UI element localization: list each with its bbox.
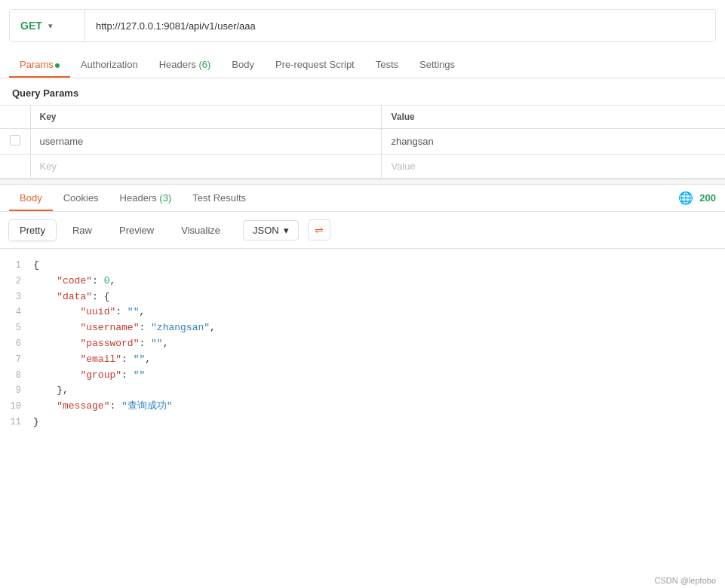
code-line: 1{ (0, 258, 725, 274)
json-format-select[interactable]: JSON ▾ (243, 220, 299, 240)
row-checkbox[interactable] (10, 135, 20, 145)
response-tabs-container: Body Cookies Headers (3) Test Results 🌐 … (0, 185, 725, 212)
tab-prerequest[interactable]: Pre-request Script (265, 51, 365, 78)
params-table: Key Value username zhangsan Key Value (0, 105, 725, 179)
format-toolbar: Pretty Raw Preview Visualize JSON ▾ ⇌ (0, 212, 725, 249)
url-bar: GET ▾ (9, 9, 716, 42)
code-line: 10 "message": "查询成功" (0, 399, 725, 415)
line-number: 9 (6, 384, 33, 398)
line-number: 10 (6, 400, 33, 414)
json-format-chevron: ▾ (284, 225, 289, 236)
method-select[interactable]: GET ▾ (10, 10, 85, 41)
wrap-button[interactable]: ⇌ (308, 219, 330, 240)
code-line: 8 "group": "" (0, 368, 725, 384)
line-content: }, (33, 383, 69, 399)
code-line: 11} (0, 415, 725, 430)
empty-value[interactable]: Value (382, 155, 725, 179)
table-row: username zhangsan (0, 129, 725, 155)
wrap-icon: ⇌ (315, 224, 324, 236)
col-value-header: Value (382, 106, 725, 129)
line-number: 2 (6, 274, 33, 289)
line-content: "group": "" (33, 368, 145, 384)
tab-params[interactable]: Params (9, 51, 70, 78)
method-chevron-icon: ▾ (48, 21, 53, 31)
code-line: 3 "data": { (0, 289, 725, 305)
params-dot (55, 63, 60, 68)
query-params-label: Query Params (0, 78, 725, 105)
line-content: "username": "zhangsan", (33, 320, 216, 336)
table-row-empty: Key Value (0, 155, 725, 179)
code-line: 4 "uuid": "", (0, 305, 725, 320)
tab-tests[interactable]: Tests (365, 51, 409, 78)
method-label: GET (20, 20, 42, 32)
response-tabs: Body Cookies Headers (3) Test Results (9, 185, 257, 211)
code-line: 2 "code": 0, (0, 274, 725, 289)
code-line: 6 "password": "", (0, 336, 725, 352)
status-code: 200 (699, 192, 716, 204)
line-content: { (33, 258, 39, 274)
json-format-label: JSON (253, 225, 279, 236)
code-line: 9 }, (0, 383, 725, 399)
line-number: 8 (6, 369, 33, 383)
request-tabs: Params Authorization Headers (6) Body Pr… (9, 51, 716, 78)
section-divider (0, 179, 725, 185)
line-content: "data": { (33, 289, 109, 305)
code-line: 5 "username": "zhangsan", (0, 320, 725, 336)
line-number: 7 (6, 353, 33, 367)
raw-button[interactable]: Raw (62, 220, 103, 240)
code-area: 1{2 "code": 0,3 "data": {4 "uuid": "",5 … (0, 249, 725, 439)
line-content: "code": 0, (33, 274, 115, 289)
line-number: 3 (6, 290, 33, 305)
code-line: 7 "email": "", (0, 352, 725, 368)
line-content: "message": "查询成功" (33, 399, 173, 415)
line-number: 6 (6, 337, 33, 351)
line-content: "uuid": "", (33, 305, 145, 320)
pretty-button[interactable]: Pretty (9, 220, 56, 240)
line-number: 1 (6, 259, 33, 273)
tab-settings[interactable]: Settings (409, 51, 465, 78)
col-checkbox (0, 106, 30, 129)
param-value[interactable]: zhangsan (382, 129, 725, 155)
line-number: 11 (6, 415, 33, 430)
response-tab-testresults[interactable]: Test Results (182, 185, 257, 211)
param-key[interactable]: username (30, 129, 382, 155)
line-number: 4 (6, 305, 33, 320)
preview-button[interactable]: Preview (109, 220, 164, 240)
globe-icon: 🌐 (678, 191, 693, 205)
url-input[interactable] (85, 10, 715, 41)
tab-body[interactable]: Body (221, 51, 265, 78)
visualize-button[interactable]: Visualize (170, 220, 231, 240)
tab-authorization[interactable]: Authorization (70, 51, 149, 78)
line-content: "email": "", (33, 352, 151, 368)
empty-key[interactable]: Key (30, 155, 382, 179)
response-meta: 🌐 200 (678, 191, 716, 205)
col-key-header: Key (30, 106, 382, 129)
tab-headers[interactable]: Headers (6) (149, 51, 222, 78)
request-tabs-container: Params Authorization Headers (6) Body Pr… (0, 51, 725, 78)
line-content: } (33, 415, 39, 430)
response-tab-body[interactable]: Body (9, 185, 53, 211)
line-content: "password": "", (33, 336, 168, 352)
response-tab-headers[interactable]: Headers (3) (109, 185, 183, 211)
response-tab-cookies[interactable]: Cookies (53, 185, 109, 211)
line-number: 5 (6, 321, 33, 335)
